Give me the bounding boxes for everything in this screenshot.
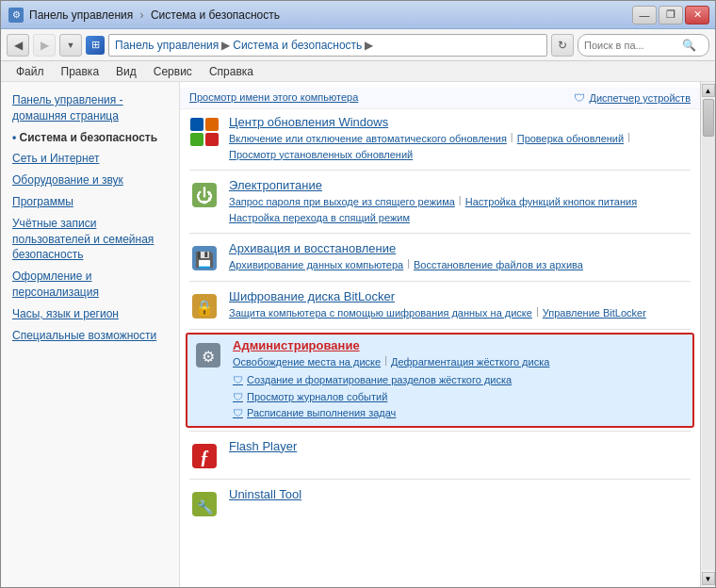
icon-power: ⏻ <box>189 180 220 210</box>
link-defrag[interactable]: Дефрагментация жёсткого диска <box>391 354 549 370</box>
shield-icon-device: 🛡 <box>574 91 585 105</box>
admin-header-row: ⚙ Администрирование Освобождение места н… <box>193 338 687 370</box>
address-bar: ◀ ▶ ▼ ⊞ Панель управления ▶ Система и бе… <box>1 29 715 61</box>
link-auto-update[interactable]: Включение или отключение автоматического… <box>229 131 507 147</box>
divider-3 <box>189 281 691 282</box>
dropdown-button[interactable]: ▼ <box>59 34 82 57</box>
scrollbar[interactable]: ▲ ▼ <box>700 82 715 587</box>
breadcrumb-system-security[interactable]: Система и безопасность <box>233 39 362 52</box>
link-restore-files[interactable]: Восстановление файлов из архива <box>414 257 583 273</box>
divider-2 <box>189 233 691 234</box>
section-text-backup: Архивация и восстановление Архивирование… <box>229 241 691 273</box>
restore-button[interactable]: ❐ <box>659 6 683 24</box>
link-backup-data[interactable]: Архивирование данных компьютера <box>229 257 403 273</box>
sidebar-item-home[interactable]: Панель управления - домашняя страница <box>1 90 179 127</box>
scroll-thumb[interactable] <box>703 99 714 137</box>
section-text-power: Электропитание Запрос пароля при выходе … <box>229 178 691 225</box>
section-windows-update[interactable]: Центр обновления Windows Включение или о… <box>180 109 700 168</box>
divider-4 <box>189 329 691 330</box>
breadcrumb-sep-2: ▶ <box>365 39 373 52</box>
breadcrumb-sep-1: ▶ <box>221 39 230 52</box>
icon-windows-update <box>189 117 220 147</box>
menu-bar: Файл Правка Вид Сервис Справка <box>1 61 715 82</box>
breadcrumb-control-panel[interactable]: Панель управления <box>115 39 219 52</box>
scroll-up-button[interactable]: ▲ <box>702 84 715 97</box>
minimize-button[interactable]: — <box>632 6 657 24</box>
close-button[interactable]: ✕ <box>685 6 709 24</box>
link-device-manager[interactable]: Диспетчер устройств <box>589 92 691 104</box>
menu-view[interactable]: Вид <box>108 63 144 80</box>
title-buttons: — ❐ ✕ <box>632 6 709 24</box>
menu-edit[interactable]: Правка <box>54 63 107 80</box>
sidebar-item-network[interactable]: Сеть и Интернет <box>1 148 179 170</box>
link-encrypt[interactable]: Защита компьютера с помощью шифрования д… <box>229 305 532 321</box>
title-uninstall[interactable]: Uninstall Tool <box>229 487 691 501</box>
shield-icon-1: 🛡 <box>233 372 243 389</box>
section-uninstall[interactable]: 🔧 Uninstall Tool <box>180 482 700 525</box>
icon-flash: ƒ <box>189 441 220 471</box>
menu-file[interactable]: Файл <box>8 63 52 80</box>
link-power-buttons[interactable]: Настройка функций кнопок питания <box>465 194 637 210</box>
scroll-track[interactable] <box>702 99 715 570</box>
link-sleep-settings[interactable]: Настройка перехода в спящий режим <box>229 210 410 226</box>
section-flash[interactable]: ƒ Flash Player <box>180 433 700 477</box>
section-admin-highlighted[interactable]: ⚙ Администрирование Освобождение места н… <box>186 333 694 428</box>
svg-text:ƒ: ƒ <box>200 447 209 467</box>
path-icon: ⊞ <box>86 36 105 55</box>
link-check-updates[interactable]: Проверка обновлений <box>517 131 624 147</box>
svg-text:⏻: ⏻ <box>196 187 213 205</box>
back-button[interactable]: ◀ <box>7 34 29 57</box>
sidebar-item-system-security[interactable]: Система и безопасность <box>1 127 179 149</box>
sidebar: Панель управления - домашняя страница Си… <box>1 82 180 587</box>
sidebar-item-appearance[interactable]: Оформление и персонализация <box>1 266 179 303</box>
title-admin[interactable]: Администрирование <box>233 338 687 352</box>
sublink-scheduler[interactable]: 🛡 Расписание выполнения задач <box>233 405 687 422</box>
forward-button[interactable]: ▶ <box>33 34 56 57</box>
section-backup[interactable]: 💾 Архивация и восстановление Архивирован… <box>180 236 700 279</box>
title-flash[interactable]: Flash Player <box>229 439 691 453</box>
sidebar-item-clock[interactable]: Часы, язык и регион <box>1 303 179 325</box>
title-backup[interactable]: Архивация и восстановление <box>229 241 691 255</box>
admin-sublinks: 🛡 Создание и форматирование разделов жёс… <box>193 372 687 422</box>
section-text-admin: Администрирование Освобождение места на … <box>233 338 687 370</box>
shield-icon-2: 🛡 <box>233 389 243 406</box>
link-manage-bitlocker[interactable]: Управление BitLocker <box>543 305 646 321</box>
link-view-updates[interactable]: Просмотр установленных обновлений <box>229 147 413 163</box>
section-text-bitlocker: Шифрование диска BitLocker Защита компью… <box>229 289 691 321</box>
sidebar-item-accessibility[interactable]: Специальные возможности <box>1 325 179 347</box>
main-content: Панель управления - домашняя страница Си… <box>1 82 715 587</box>
address-path[interactable]: Панель управления ▶ Система и безопаснос… <box>108 34 547 57</box>
menu-service[interactable]: Сервис <box>146 63 200 80</box>
title-power[interactable]: Электропитание <box>229 178 691 192</box>
link-password-sleep[interactable]: Запрос пароля при выходе из спящего режи… <box>229 194 455 210</box>
title-bitlocker[interactable]: Шифрование диска BitLocker <box>229 289 691 303</box>
title-windows-update[interactable]: Центр обновления Windows <box>229 115 691 129</box>
link-computer-name[interactable]: Просмотр имени этого компьютера <box>189 91 358 105</box>
links-power: Запрос пароля при выходе из спящего режи… <box>229 194 691 225</box>
window-title-section: Система и безопасность <box>151 8 280 22</box>
divider-6 <box>189 479 691 480</box>
section-power[interactable]: ⏻ Электропитание Запрос пароля при выход… <box>180 172 700 231</box>
sidebar-item-accounts[interactable]: Учётные записи пользователей и семейная … <box>1 213 179 266</box>
divider-5 <box>189 431 691 432</box>
icon-bitlocker: 🔒 <box>189 291 220 321</box>
link-free-disk[interactable]: Освобождение места на диске <box>233 354 381 370</box>
search-icon[interactable]: 🔍 <box>682 39 696 52</box>
section-bitlocker[interactable]: 🔒 Шифрование диска BitLocker Защита комп… <box>180 284 700 327</box>
window-title: Панель управления › Система и безопаснос… <box>29 8 280 22</box>
icon-backup: 💾 <box>189 243 220 273</box>
menu-help[interactable]: Справка <box>202 63 261 80</box>
sublink-partitions[interactable]: 🛡 Создание и форматирование разделов жёс… <box>233 372 687 389</box>
scroll-down-button[interactable]: ▼ <box>702 572 715 585</box>
refresh-button[interactable]: ↻ <box>551 34 574 57</box>
device-manager-link-container: 🛡 Диспетчер устройств <box>574 91 691 105</box>
sidebar-item-programs[interactable]: Программы <box>1 191 179 213</box>
icon-admin: ⚙ <box>193 340 223 370</box>
sublink-event-log[interactable]: 🛡 Просмотр журналов событий <box>233 389 687 406</box>
links-windows-update: Включение или отключение автоматического… <box>229 131 691 162</box>
search-input[interactable] <box>584 40 678 51</box>
svg-text:🔧: 🔧 <box>197 499 214 515</box>
links-bitlocker: Защита компьютера с помощью шифрования д… <box>229 305 691 321</box>
window-icon: ⚙ <box>8 8 24 23</box>
sidebar-item-hardware[interactable]: Оборудование и звук <box>1 170 179 191</box>
